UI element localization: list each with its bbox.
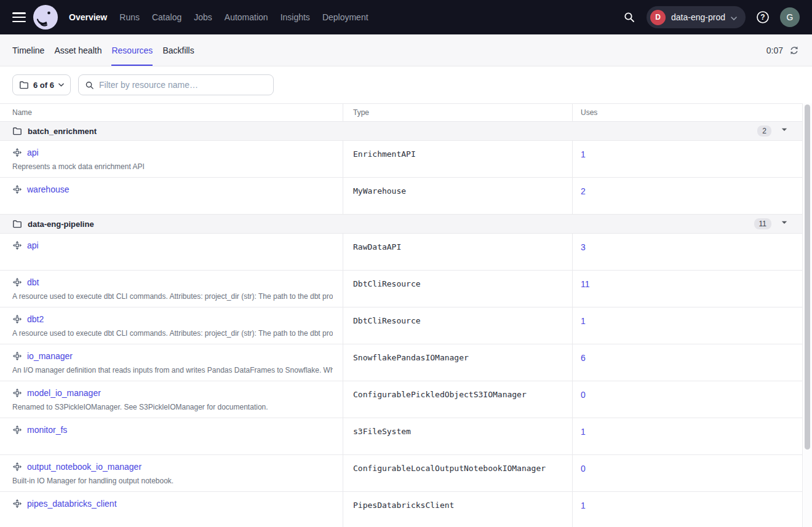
search-icon[interactable]: [621, 9, 638, 26]
scrollbar-thumb[interactable]: [805, 105, 810, 450]
resource-row: pipes_databricks_clientPipesDatabricksCl…: [0, 492, 802, 527]
page-tab-bar: TimelineAsset healthResourcesBackfills 0…: [0, 34, 812, 66]
resource-name-link[interactable]: api: [27, 148, 39, 157]
resource-name-link[interactable]: model_io_manager: [27, 388, 101, 398]
dagster-logo[interactable]: [33, 5, 58, 30]
svg-text:?: ?: [760, 13, 765, 22]
resource-uses-link[interactable]: 0: [581, 464, 586, 474]
resource-name-link[interactable]: api: [27, 240, 39, 250]
nav-item-automation[interactable]: Automation: [225, 12, 268, 22]
resource-description: An I/O manager definition that reads inp…: [12, 366, 333, 374]
group-name: batch_enrichment: [28, 127, 97, 136]
resource-uses-link[interactable]: 1: [581, 149, 586, 159]
collapse-chevron-icon[interactable]: [781, 221, 787, 227]
folder-icon: [19, 80, 29, 90]
top-navigation-bar: OverviewRunsCatalogJobsAutomationInsight…: [0, 0, 812, 34]
resource-uses-link[interactable]: 1: [581, 427, 586, 437]
resource-description: Represents a mock data enrichment API: [12, 162, 333, 171]
tab-resources[interactable]: Resources: [111, 34, 153, 66]
resource-name-link[interactable]: output_notebook_io_manager: [27, 462, 141, 472]
tab-backfills[interactable]: Backfills: [162, 34, 194, 66]
column-header-type: Type: [343, 104, 572, 121]
filter-bar: 6 of 6: [0, 66, 812, 103]
user-avatar[interactable]: G: [780, 7, 800, 27]
resource-row: io_managerAn I/O manager definition that…: [0, 344, 802, 381]
resource-uses-link[interactable]: 11: [581, 279, 590, 289]
resource-description: Renamed to S3PickleIOManager. See S3Pick…: [12, 403, 333, 411]
folder-icon: [12, 219, 22, 229]
resource-row: apiRepresents a mock data enrichment API…: [0, 141, 802, 178]
resource-row: dbt2A resource used to execute dbt CLI c…: [0, 307, 802, 344]
resource-type: MyWarehouse: [343, 178, 572, 214]
resource-name-link[interactable]: monitor_fs: [27, 425, 67, 435]
resource-type: PipesDatabricksClient: [343, 492, 572, 527]
resource-description: Built-in IO Manager for handling output …: [12, 477, 333, 485]
resource-description: A resource used to execute dbt CLI comma…: [12, 329, 333, 338]
resource-name-link[interactable]: io_manager: [27, 351, 73, 361]
resource-icon: [12, 148, 22, 157]
resource-icon: [12, 499, 22, 509]
resource-icon: [12, 462, 22, 472]
resource-type: DbtCliResource: [343, 307, 572, 344]
resource-type: ConfigurablePickledObjectS3IOManager: [343, 381, 572, 418]
resource-icon: [12, 314, 22, 324]
group-count-badge: 11: [754, 218, 771, 229]
resource-type: RawDataAPI: [343, 234, 572, 270]
workspace-initial-badge: D: [650, 10, 666, 25]
resource-filter-box: [78, 74, 274, 95]
resource-icon: [12, 351, 22, 361]
resource-name-link[interactable]: warehouse: [27, 184, 70, 194]
resource-icon: [12, 184, 22, 194]
workspace-switcher[interactable]: D data-eng-prod: [647, 6, 746, 28]
nav-item-runs[interactable]: Runs: [119, 12, 140, 22]
column-header-name: Name: [0, 108, 343, 117]
group-count-badge: 2: [757, 125, 771, 137]
resource-type: DbtCliResource: [343, 271, 572, 307]
folder-icon: [12, 126, 22, 136]
search-icon: [85, 81, 94, 90]
resource-uses-link[interactable]: 1: [581, 501, 586, 510]
group-row-batch-enrichment[interactable]: batch_enrichment2: [0, 122, 802, 141]
resource-name-link[interactable]: dbt2: [27, 314, 44, 324]
resource-row: warehouseMyWarehouse2: [0, 178, 802, 215]
resource-type: SnowflakePandasIOManager: [343, 344, 572, 381]
resource-type: EnrichmentAPI: [343, 141, 572, 177]
nav-item-deployment[interactable]: Deployment: [322, 12, 368, 22]
hamburger-menu-icon[interactable]: [12, 12, 26, 22]
nav-item-jobs[interactable]: Jobs: [194, 12, 212, 22]
nav-item-insights[interactable]: Insights: [281, 12, 310, 22]
resource-uses-link[interactable]: 0: [581, 390, 586, 400]
resource-type: s3FileSystem: [343, 418, 572, 454]
vertical-scrollbar: [803, 103, 812, 527]
tab-list: TimelineAsset healthResourcesBackfills: [12, 34, 194, 66]
resource-uses-link[interactable]: 1: [581, 316, 586, 326]
resource-row: monitor_fss3FileSystem1: [0, 418, 802, 455]
resource-uses-link[interactable]: 6: [581, 353, 586, 363]
resource-description: A resource used to execute dbt CLI comma…: [12, 292, 333, 301]
table-header: Name Type Uses: [0, 104, 802, 122]
chevron-down-icon: [58, 83, 64, 87]
nav-item-overview[interactable]: Overview: [69, 12, 107, 22]
resource-type: ConfigurableLocalOutputNotebookIOManager: [343, 455, 572, 491]
tab-asset-health[interactable]: Asset health: [54, 34, 102, 66]
resource-uses-link[interactable]: 3: [581, 242, 586, 252]
resource-uses-link[interactable]: 2: [581, 186, 586, 196]
refresh-icon[interactable]: [789, 45, 800, 56]
chevron-down-icon: [731, 12, 737, 23]
group-count-dropdown[interactable]: 6 of 6: [12, 74, 71, 95]
help-icon[interactable]: ?: [754, 9, 771, 26]
nav-item-catalog[interactable]: Catalog: [152, 12, 181, 22]
resource-filter-input[interactable]: [99, 80, 267, 90]
resource-icon: [12, 240, 22, 250]
column-header-uses: Uses: [572, 104, 802, 121]
resource-name-link[interactable]: dbt: [27, 277, 39, 287]
workspace-name: data-eng-prod: [671, 12, 725, 22]
group-row-data-eng-pipeline[interactable]: data-eng-pipeline11: [0, 215, 802, 234]
group-count-label: 6 of 6: [33, 81, 54, 90]
tab-timeline[interactable]: Timeline: [12, 34, 44, 66]
refresh-countdown: 0:07: [766, 46, 783, 55]
resource-row: output_notebook_io_managerBuilt-in IO Ma…: [0, 455, 802, 492]
resource-name-link[interactable]: pipes_databricks_client: [27, 499, 117, 509]
resource-row: model_io_managerRenamed to S3PickleIOMan…: [0, 381, 802, 418]
collapse-chevron-icon[interactable]: [781, 128, 787, 134]
